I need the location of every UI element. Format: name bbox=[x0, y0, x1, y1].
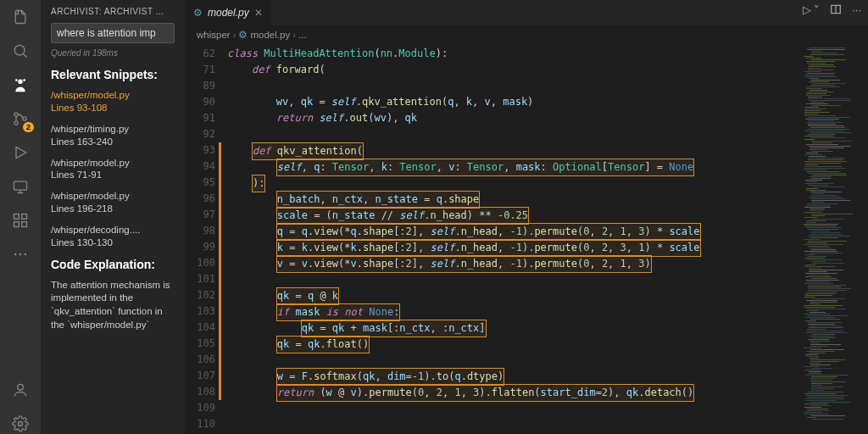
python-file-icon: ⚙ bbox=[238, 29, 248, 41]
extensions-icon[interactable] bbox=[10, 210, 31, 231]
query-time: Queried in 198ms bbox=[51, 48, 175, 58]
remote-icon[interactable] bbox=[10, 176, 31, 197]
search-input[interactable]: where is attention imp bbox=[51, 23, 175, 43]
sidebar: ARCHIVIST: ARCHIVIST ... where is attent… bbox=[41, 0, 185, 434]
app-root: 2 ARCHIVIST: ARCHIVIST ... where is atte… bbox=[0, 0, 868, 434]
svg-rect-11 bbox=[22, 222, 27, 227]
split-editor-icon[interactable] bbox=[830, 3, 842, 18]
code-content[interactable]: class MultiHeadAttention(nn.Module): def… bbox=[227, 44, 800, 434]
svg-point-3 bbox=[23, 79, 25, 81]
source-control-icon[interactable]: 2 bbox=[10, 108, 31, 129]
crumb-file: model.py bbox=[250, 30, 290, 40]
chevron-right-icon: › bbox=[233, 30, 236, 40]
minimap[interactable] bbox=[800, 44, 868, 434]
crumb-folder: whisper bbox=[197, 30, 231, 40]
settings-icon[interactable] bbox=[10, 414, 31, 434]
svg-point-0 bbox=[14, 45, 25, 55]
explain-body: The attention mechanism is implemented i… bbox=[51, 279, 175, 331]
svg-point-15 bbox=[18, 384, 24, 390]
tab-filename: model.py bbox=[208, 7, 249, 19]
snippet-item[interactable]: /whisper/decoding....Lines 130-130 bbox=[51, 224, 175, 249]
code-editor[interactable]: 6271899091929394959697989910010110210310… bbox=[185, 44, 868, 434]
svg-rect-9 bbox=[22, 214, 27, 220]
snippet-item[interactable]: /whisper/timing.pyLines 163-240 bbox=[51, 123, 175, 148]
breadcrumb[interactable]: whisper › ⚙ model.py › ... bbox=[185, 25, 868, 44]
svg-point-2 bbox=[15, 79, 18, 81]
tab-model-py[interactable]: ⚙ model.py ✕ bbox=[185, 0, 271, 25]
svg-rect-10 bbox=[14, 222, 19, 227]
svg-point-12 bbox=[14, 253, 17, 256]
svg-rect-8 bbox=[14, 214, 19, 220]
account-icon[interactable] bbox=[10, 380, 31, 400]
crumb-more: ... bbox=[298, 30, 307, 40]
svg-point-13 bbox=[19, 253, 22, 256]
editor-actions: ▷ ˅ ··· bbox=[803, 3, 861, 18]
tabs-bar: ⚙ model.py ✕ bbox=[185, 0, 868, 25]
snippets-list: /whisper/model.pyLines 93-108/whisper/ti… bbox=[51, 89, 175, 249]
close-icon[interactable]: ✕ bbox=[254, 7, 263, 19]
snippet-item[interactable]: /whisper/model.pyLines 196-218 bbox=[51, 190, 175, 215]
editor-area: ⚙ model.py ✕ ▷ ˅ ··· whisper › ⚙ model.p… bbox=[185, 0, 868, 434]
explain-heading: Code Explanation: bbox=[51, 258, 175, 272]
svg-point-5 bbox=[14, 121, 18, 125]
search-icon[interactable] bbox=[10, 41, 31, 61]
run-icon[interactable]: ▷ ˅ bbox=[803, 3, 821, 18]
run-debug-icon[interactable] bbox=[10, 142, 31, 163]
activity-bar: 2 bbox=[0, 0, 41, 434]
editor-more-icon[interactable]: ··· bbox=[852, 3, 861, 18]
python-file-icon: ⚙ bbox=[193, 7, 203, 19]
scm-badge: 2 bbox=[23, 122, 34, 132]
svg-point-16 bbox=[19, 422, 23, 426]
snippet-item[interactable]: /whisper/model.pyLines 71-91 bbox=[51, 157, 175, 182]
snippet-item[interactable]: /whisper/model.pyLines 93-108 bbox=[51, 89, 175, 114]
more-icon[interactable] bbox=[10, 244, 31, 264]
svg-rect-7 bbox=[14, 181, 27, 190]
sidebar-title: ARCHIVIST: ARCHIVIST ... bbox=[51, 7, 175, 16]
svg-point-1 bbox=[18, 80, 23, 85]
explorer-icon[interactable] bbox=[10, 7, 31, 27]
archivist-icon[interactable] bbox=[10, 75, 31, 95]
svg-point-6 bbox=[23, 117, 26, 120]
chevron-right-icon: › bbox=[292, 30, 296, 40]
svg-point-14 bbox=[25, 253, 27, 256]
snippets-heading: Relevant Snippets: bbox=[51, 68, 175, 82]
svg-point-4 bbox=[14, 113, 18, 116]
